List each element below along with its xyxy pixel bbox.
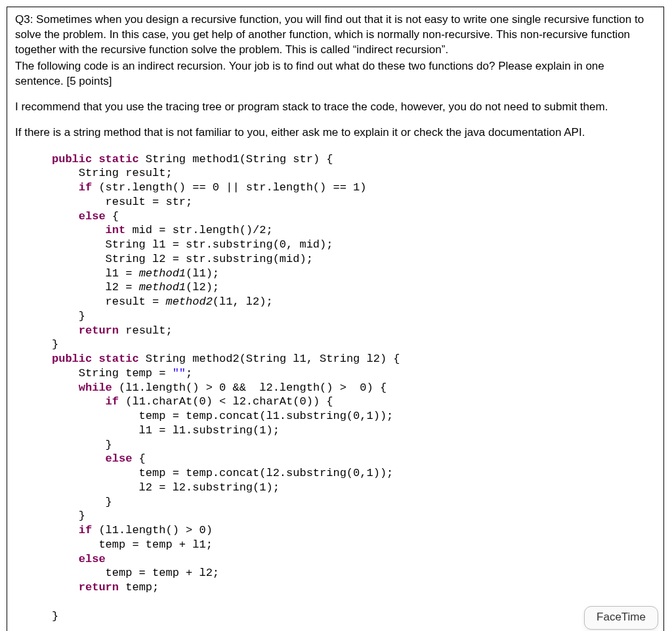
code-text: (str.length() == 0 || str.length() == 1) (92, 181, 366, 194)
code-text: l1 = (52, 267, 139, 280)
code-text: } (52, 610, 58, 622)
facetime-label: FaceTime (597, 611, 646, 623)
code-text: temp = temp.concat(l2.substring(0,1)); (52, 467, 393, 479)
kw-public: public (52, 353, 92, 365)
code-text: (l2); (186, 281, 219, 294)
kw-int: int (52, 224, 125, 236)
question-para-3: I recommend that you use the tracing tre… (15, 100, 656, 115)
facetime-notification[interactable]: FaceTime (584, 606, 658, 630)
kw-return: return (52, 324, 119, 337)
code-text: mid = str.length()/2; (125, 224, 272, 236)
code-text: temp = temp + l1; (52, 538, 213, 551)
code-text: String l1 = str.substring(0, mid); (52, 238, 333, 251)
code-text: temp; (119, 581, 159, 594)
code-text: ; (186, 367, 192, 380)
code-text: String temp = (52, 367, 173, 380)
code-text: result; (119, 324, 173, 337)
code-block: public static String method1(String str)… (52, 152, 656, 624)
code-text: l2 = l2.substring(1); (52, 481, 280, 494)
code-text: temp = temp.concat(l1.substring(0,1)); (52, 410, 393, 422)
code-text: (l1.length() > 0) (92, 524, 213, 536)
code-text: (l1, l2); (213, 295, 273, 308)
kw-public: public (52, 153, 92, 165)
string-literal: "" (173, 367, 186, 380)
kw-if: if (52, 524, 92, 536)
kw-static: static (98, 353, 138, 365)
em-method1: method1 (139, 267, 186, 280)
kw-return: return (52, 581, 119, 594)
kw-else: else (52, 452, 132, 465)
code-text: String method1(String str) { (139, 153, 333, 165)
question-container: Q3: Sometimes when you design a recursiv… (7, 7, 664, 631)
code-text: (l1); (186, 267, 219, 280)
code-text: String result; (52, 167, 173, 179)
code-text: String l2 = str.substring(mid); (52, 253, 313, 265)
kw-static: static (98, 153, 138, 165)
code-text: result = (52, 295, 165, 308)
code-text: result = str; (52, 196, 192, 208)
code-text: l2 = (52, 281, 139, 294)
question-para-2: The following code is an indirect recurs… (15, 59, 656, 89)
code-text: String method2(String l1, String l2) { (139, 353, 400, 365)
code-text: (l1.length() > 0 && l2.length() > 0) { (112, 381, 387, 394)
code-text: } (52, 496, 112, 508)
question-para-1: Q3: Sometimes when you design a recursiv… (15, 12, 656, 58)
code-text: { (106, 210, 119, 223)
kw-while: while (52, 381, 112, 394)
question-para-4: If there is a string method that is not … (15, 125, 656, 141)
code-text: } (52, 310, 85, 322)
kw-else: else (52, 210, 106, 223)
code-text: { (132, 452, 145, 465)
em-method2: method2 (165, 295, 212, 308)
code-text: } (52, 439, 112, 451)
code-text: } (52, 510, 85, 522)
code-text: } (52, 338, 58, 351)
kw-else: else (52, 553, 106, 565)
code-text: (l1.charAt(0) < l2.charAt(0)) { (119, 395, 333, 408)
question-text: Q3: Sometimes when you design a recursiv… (15, 12, 656, 141)
kw-if: if (52, 395, 119, 408)
code-text: l1 = l1.substring(1); (52, 424, 280, 437)
kw-if: if (52, 181, 92, 194)
em-method1: method1 (139, 281, 186, 294)
code-text: temp = temp + l2; (52, 567, 219, 579)
